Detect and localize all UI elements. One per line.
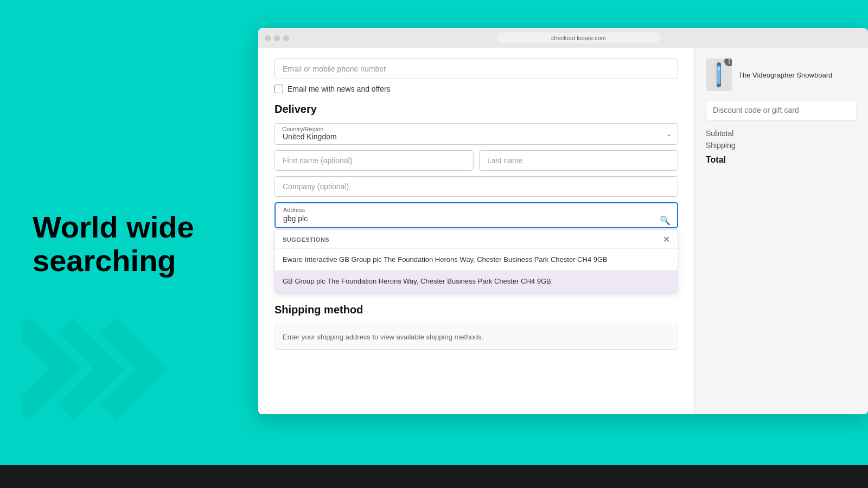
country-select-wrapper: Country/Region United Kingdom ⌄ — [275, 123, 678, 145]
order-sidebar: 1 The Videographer Snowboard Subtotal Sh… — [694, 48, 868, 414]
email-input[interactable] — [275, 59, 678, 79]
browser-window: checkout.loqate.com Email me with news a… — [258, 28, 868, 414]
shipping-info-text: Enter your shipping address to view avai… — [283, 333, 483, 341]
first-name-input[interactable] — [275, 150, 474, 171]
search-icon: 🔍 — [660, 216, 671, 225]
address-field-container: Address 🔍 — [275, 202, 678, 228]
address-input[interactable] — [276, 213, 653, 227]
subtotal-label: Subtotal — [706, 129, 733, 138]
first-name-wrapper — [275, 150, 474, 171]
address-wrapper: Address 🔍 SUGGESTIONS ✕ Eware Interactiv — [275, 202, 678, 293]
email-checkbox-label: Email me with news and offers — [288, 85, 391, 93]
order-totals: Subtotal Shipping Total — [706, 129, 857, 165]
company-input[interactable] — [275, 176, 678, 197]
subtotal-row: Subtotal — [706, 129, 857, 138]
product-name: The Videographer Snowboard — [738, 71, 857, 79]
browser-titlebar: checkout.loqate.com — [258, 28, 868, 48]
discount-field-wrapper — [706, 100, 857, 120]
last-name-wrapper — [479, 150, 678, 171]
browser-dots — [265, 35, 289, 41]
shipping-title: Shipping method — [275, 304, 678, 316]
suggestion-item-1[interactable]: Eware Interactive GB Group plc The Found… — [275, 249, 678, 271]
browser-dot-yellow — [274, 35, 280, 41]
shipping-section: Shipping method Enter your shipping addr… — [275, 304, 678, 350]
suggestions-close-button[interactable]: ✕ — [663, 235, 670, 244]
product-image: 1 — [706, 59, 732, 91]
deco-chevrons — [22, 282, 184, 445]
suggestions-header: SUGGESTIONS ✕ — [275, 230, 678, 249]
total-label: Total — [706, 155, 726, 165]
browser-content: Email me with news and offers Delivery C… — [258, 48, 868, 414]
last-name-input[interactable] — [479, 150, 678, 171]
bottom-bar — [0, 465, 868, 488]
address-label: Address — [276, 203, 677, 213]
product-row: 1 The Videographer Snowboard — [706, 59, 857, 91]
suggestion-item-2[interactable]: GB Group plc The Foundation Herons Way, … — [275, 271, 678, 292]
shipping-label: Shipping — [706, 141, 736, 150]
checkout-form: Email me with news and offers Delivery C… — [258, 48, 694, 414]
shipping-row: Shipping — [706, 141, 857, 150]
suggestions-dropdown: SUGGESTIONS ✕ Eware Interactive GB Group… — [275, 229, 678, 293]
country-select[interactable]: United Kingdom — [275, 123, 678, 145]
email-checkbox-row: Email me with news and offers — [275, 85, 678, 93]
browser-url: checkout.loqate.com — [497, 33, 660, 43]
email-checkbox[interactable] — [275, 85, 283, 93]
browser-dot-red — [265, 35, 271, 41]
shipping-info-box: Enter your shipping address to view avai… — [275, 324, 678, 350]
discount-input[interactable] — [706, 100, 857, 120]
address-input-row: 🔍 — [276, 213, 677, 227]
address-search-button[interactable]: 🔍 — [653, 215, 677, 226]
email-field-wrapper — [275, 59, 678, 79]
total-row: Total — [706, 155, 857, 165]
company-field-wrapper — [275, 176, 678, 197]
name-row — [275, 150, 678, 171]
suggestions-label: SUGGESTIONS — [283, 236, 329, 243]
delivery-title: Delivery — [275, 103, 678, 115]
hero-text: World wide searching — [33, 210, 260, 277]
product-thumbnail — [711, 61, 726, 88]
browser-dot-green — [283, 35, 289, 41]
svg-point-2 — [718, 68, 720, 70]
